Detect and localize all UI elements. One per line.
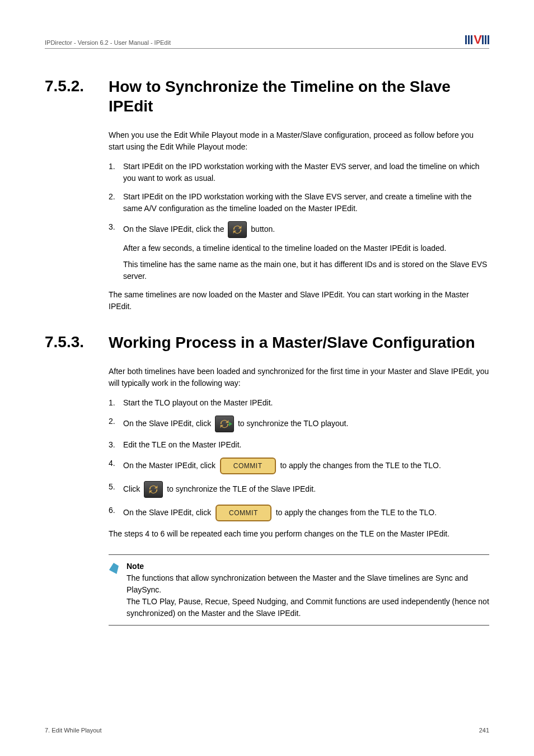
section-752-heading: 7.5.2. How to Synchronize the Timeline o… [45, 77, 489, 116]
step-sub-text: This timeline has the same name as the m… [123, 259, 489, 282]
step-text-post: to apply the changes from the TLE to the… [276, 508, 437, 517]
note-title: Note [127, 561, 489, 572]
outro-paragraph: The same timelines are now loaded on the… [109, 289, 489, 312]
step-text-post: to synchronize the TLO playout. [238, 419, 348, 428]
note-box: Note The functions that allow synchroniz… [109, 554, 489, 626]
list-item: Click to synchronize the TLE of the Slav… [109, 481, 489, 498]
step-sub-text: After a few seconds, a timeline identica… [123, 242, 489, 254]
section-title: How to Synchronize the Timeline on the S… [109, 77, 489, 116]
intro-paragraph: After both timelines have been loaded an… [109, 366, 489, 389]
footer-chapter: 7. Edit While Playout [45, 727, 102, 734]
step-text-post: to synchronize the TLE of the Slave IPEd… [167, 484, 316, 493]
footer-page-number: 241 [479, 727, 489, 734]
breadcrumb: IPDirector - Version 6.2 - User Manual -… [45, 39, 171, 46]
step-text-pre: Click [123, 484, 142, 493]
step-text: Start IPEdit on the IPD workstation work… [123, 192, 472, 213]
note-icon [109, 561, 119, 619]
section-753-heading: 7.5.3. Working Process in a Master/Slave… [45, 333, 489, 352]
outro-paragraph: The steps 4 to 6 will be repeated each t… [109, 528, 489, 540]
step-text-post: to apply the changes from the TLE to the… [280, 461, 441, 470]
list-item: On the Slave IPEdit, click COMMIT to app… [109, 505, 489, 521]
step-text-post: button. [251, 225, 275, 234]
play-triangle-icon [229, 422, 232, 426]
section-number: 7.5.3. [45, 333, 93, 352]
intro-paragraph: When you use the Edit While Playout mode… [109, 129, 489, 153]
procedure-list: Start the TLO playout on the Master IPEd… [109, 397, 489, 521]
playsync-icon [215, 416, 234, 432]
list-item: Edit the TLE on the Master IPEdit. [109, 439, 489, 451]
note-line: The TLO Play, Pause, Recue, Speed Nudgin… [127, 596, 489, 619]
list-item: On the Master IPEdit, click COMMIT to ap… [109, 458, 489, 474]
step-text-pre: On the Slave IPEdit, click the [123, 225, 226, 234]
page-header: IPDirector - Version 6.2 - User Manual -… [45, 34, 489, 49]
step-text: Start IPEdit on the IPD workstation work… [123, 162, 480, 183]
list-item: On the Slave IPEdit, click the button. A… [109, 221, 489, 282]
list-item: On the Slave IPEdit, click to synchroniz… [109, 416, 489, 432]
list-item: Start IPEdit on the IPD workstation work… [109, 191, 489, 214]
step-text-pre: On the Slave IPEdit, click [123, 419, 213, 428]
page-footer: 7. Edit While Playout 241 [45, 727, 489, 734]
section-number: 7.5.2. [45, 77, 93, 96]
procedure-list: Start IPEdit on the IPD workstation work… [109, 161, 489, 282]
list-item: Start IPEdit on the IPD workstation work… [109, 161, 489, 184]
step-text-pre: On the Master IPEdit, click [123, 461, 218, 470]
note-line: The functions that allow synchronization… [127, 572, 489, 596]
commit-button: COMMIT [220, 458, 276, 474]
evs-logo: V [465, 34, 489, 46]
step-text: Start the TLO playout on the Master IPEd… [123, 398, 273, 407]
commit-button: COMMIT [216, 505, 271, 521]
step-text: Edit the TLE on the Master IPEdit. [123, 440, 241, 449]
section-title: Working Process in a Master/Slave Config… [109, 333, 475, 352]
step-text-pre: On the Slave IPEdit, click [123, 508, 213, 517]
sync-icon [144, 481, 163, 498]
sync-icon [228, 221, 247, 238]
list-item: Start the TLO playout on the Master IPEd… [109, 397, 489, 409]
